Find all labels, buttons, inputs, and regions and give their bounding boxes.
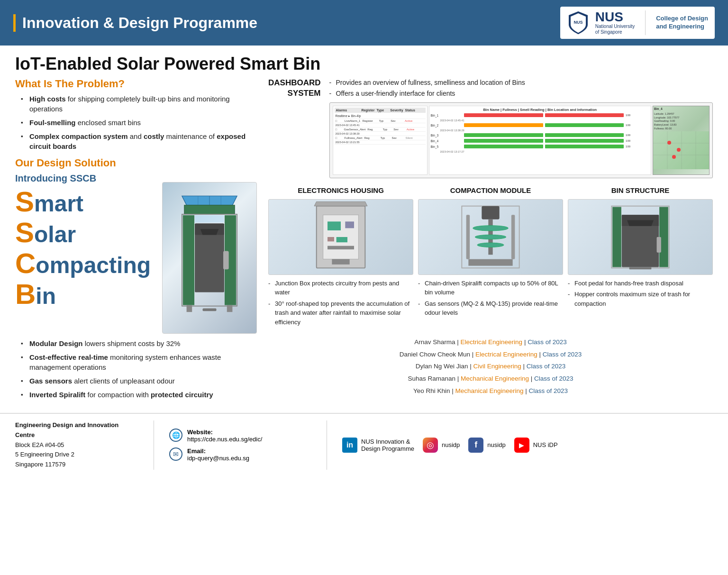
electronics-heading: ELECTRONICS HOUSING (268, 186, 413, 195)
svg-rect-7 (183, 215, 194, 305)
footer-org: Engineering Design and Innovation Centre (15, 420, 138, 440)
compaction-img (418, 199, 563, 275)
dashboard-point-1: Provides an overview of fullness, smelli… (329, 78, 713, 88)
problem-bullets: High costs for shipping completely built… (15, 94, 257, 151)
email-label: Email: (187, 447, 249, 455)
svg-text:NUS: NUS (573, 20, 582, 25)
left-column: What Is The Problem? High costs for ship… (15, 78, 257, 405)
compaction-bullets: Chain-driven Spiralift compacts up to 50… (418, 279, 563, 318)
team-member-3: Dylan Ng Wei Jian | Civil Engineering | … (268, 360, 713, 373)
footer-social: in NUS Innovation &Design Programme ◎ nu… (342, 438, 713, 453)
header-title: Innovation & Design Programme (13, 14, 257, 32)
website-icon: 🌐 (169, 429, 182, 442)
email-address[interactable]: idp-query@nus.edu.sg (187, 455, 249, 462)
sscb-compacting: Compacting (15, 248, 156, 278)
electronics-svg (308, 201, 374, 273)
dashboard-point-2: Offers a user-friendly interface for cli… (329, 89, 713, 99)
youtube-icon[interactable]: ▶ (514, 438, 529, 453)
svg-point-33 (473, 225, 509, 230)
bin-structure-svg (607, 201, 673, 273)
svg-rect-5 (184, 205, 235, 214)
social-youtube[interactable]: ▶ NUS iDP (514, 438, 558, 453)
problem-bullet-2: Foul-smelling enclosed smart bins (21, 118, 257, 128)
problem-bullet-1: High costs for shipping completely built… (21, 94, 257, 114)
team-member-4: Suhas Ramanan | Mechanical Engineering |… (268, 373, 713, 385)
electronics-img (268, 199, 413, 275)
problem-section: What Is The Problem? High costs for ship… (15, 78, 257, 151)
youtube-handle: NUS iDP (533, 441, 558, 448)
team-section: Arnav Sharma | Electrical Engineering | … (268, 336, 713, 397)
svg-point-35 (477, 243, 504, 247)
instagram-handle: nusidp (442, 441, 460, 448)
email-icon: ✉ (169, 447, 182, 461)
footer-website-row: 🌐 Website: https://cde.nus.edu.sg/edic/ (169, 429, 311, 443)
solution-bullet-4: Inverted Spiralift for compaction with p… (21, 390, 257, 400)
footer-divider-2 (327, 420, 327, 470)
problem-bullet-3: Complex compaction system and costly mai… (21, 131, 257, 151)
bin-structure-img (568, 199, 713, 275)
svg-rect-15 (195, 215, 224, 222)
college-name: College of Designand Engineering (656, 15, 708, 31)
bin-structure-heading: BIN STRUCTURE (568, 186, 713, 195)
right-column: DASHBOARD SYSTEM Provides an overview of… (268, 78, 713, 405)
instagram-icon[interactable]: ◎ (423, 438, 438, 453)
website-label: Website: (187, 429, 262, 436)
dashboard-content: Provides an overview of fullness, smelli… (329, 78, 713, 178)
compaction-bullet-1: Chain-driven Spiralift compacts up to 50… (418, 279, 563, 297)
footer-address-line4: Singapore 117579 (15, 460, 138, 470)
svg-rect-27 (337, 237, 347, 242)
footer-divider-1 (154, 420, 154, 470)
page-title-section: IoT-Enabled Solar Powered Smart Bin (0, 46, 728, 78)
svg-rect-14 (202, 308, 216, 311)
solution-bullet-1: Modular Design lowers shipment costs by … (21, 338, 257, 348)
header: Innovation & Design Programme NUS NUS Na… (0, 0, 728, 46)
bin-svg (172, 187, 247, 329)
footer-address-line3: 5 Engineering Drive 2 (15, 450, 138, 460)
svg-rect-40 (612, 207, 621, 267)
facebook-handle: nusidp (487, 441, 505, 448)
dashboard-screenshot: Alarms Register Type Severity Status Rea… (329, 102, 713, 178)
svg-rect-11 (223, 251, 229, 269)
linkedin-icon[interactable]: in (342, 438, 357, 453)
svg-rect-28 (328, 246, 354, 249)
svg-rect-44 (629, 267, 652, 269)
compaction-bullet-2: Gas sensors (MQ-2 & MQ-135) provide real… (418, 299, 563, 318)
electronics-bullet-2: 30° roof-shaped top prevents the accumul… (268, 299, 413, 327)
facebook-icon[interactable]: f (468, 438, 483, 453)
sscb-smart: Smart (15, 187, 156, 217)
sscb-text: Smart Solar Compacting Bin (15, 187, 156, 310)
electronics-bullet-1: Junction Box protects circuitry from pes… (268, 279, 413, 297)
bin-structure-bullet-1: Foot pedal for hands-free trash disposal (568, 279, 713, 288)
solution-section: Our Design Solution Introducing SSCB Sma… (15, 157, 257, 400)
svg-rect-37 (511, 215, 515, 259)
svg-point-34 (475, 235, 506, 239)
social-instagram[interactable]: ◎ nusidp (423, 438, 460, 453)
module-bin-structure: BIN STRUCTURE (568, 186, 713, 329)
sscb-bin: Bin (15, 279, 156, 309)
design-bullets: Modular Design lowers shipment costs by … (15, 338, 257, 400)
solution-heading: Our Design Solution (15, 157, 257, 169)
nus-logo-text: NUS National Universityof Singapore (595, 10, 635, 35)
module-compaction: COMPACTION MODULE (418, 186, 563, 329)
svg-rect-25 (345, 221, 354, 228)
svg-rect-24 (328, 221, 341, 230)
linkedin-handle: NUS Innovation &Design Programme (361, 438, 414, 452)
solution-bullet-2: Cost-effective real-time monitoring syst… (21, 352, 257, 372)
svg-rect-45 (657, 237, 661, 253)
social-linkedin[interactable]: in NUS Innovation &Design Programme (342, 438, 414, 453)
footer: Engineering Design and Innovation Centre… (0, 413, 728, 476)
nus-university: National Universityof Singapore (595, 24, 635, 35)
footer-email-row: ✉ Email: idp-query@nus.edu.sg (169, 447, 311, 462)
social-facebook[interactable]: f nusidp (468, 438, 505, 453)
website-url[interactable]: https://cde.nus.edu.sg/edic/ (187, 436, 262, 443)
svg-rect-29 (332, 259, 349, 264)
nus-shield-icon: NUS (567, 10, 590, 35)
bin-illustration (162, 182, 257, 334)
team-member-2: Daniel Chow Cheok Mun | Electrical Engin… (268, 348, 713, 361)
svg-rect-38 (468, 259, 512, 265)
dashboard-label: DASHBOARD SYSTEM (268, 78, 321, 99)
header-logo: NUS NUS National Universityof Singapore … (560, 7, 715, 39)
solution-bullet-list: Modular Design lowers shipment costs by … (15, 338, 257, 400)
svg-rect-31 (482, 206, 499, 219)
svg-rect-12 (187, 305, 192, 312)
